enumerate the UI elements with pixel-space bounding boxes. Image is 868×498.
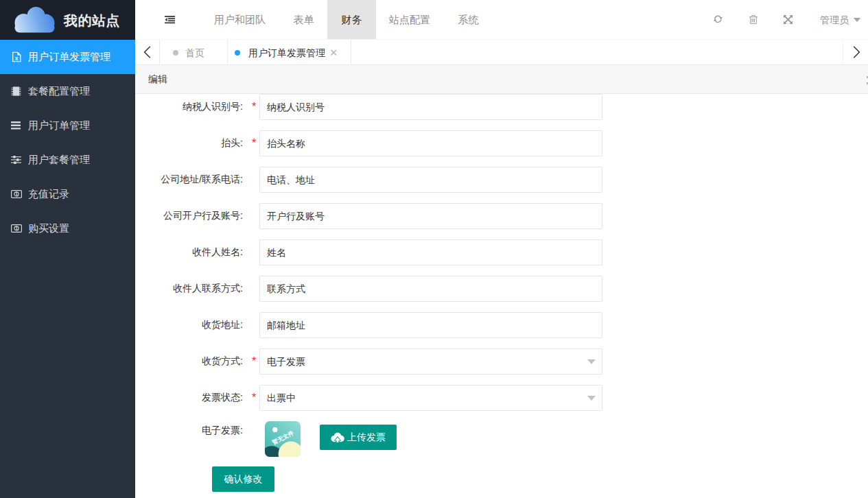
- svg-text:1: 1: [15, 191, 18, 196]
- svg-text:1: 1: [15, 226, 18, 230]
- svg-text:x: x: [15, 55, 19, 62]
